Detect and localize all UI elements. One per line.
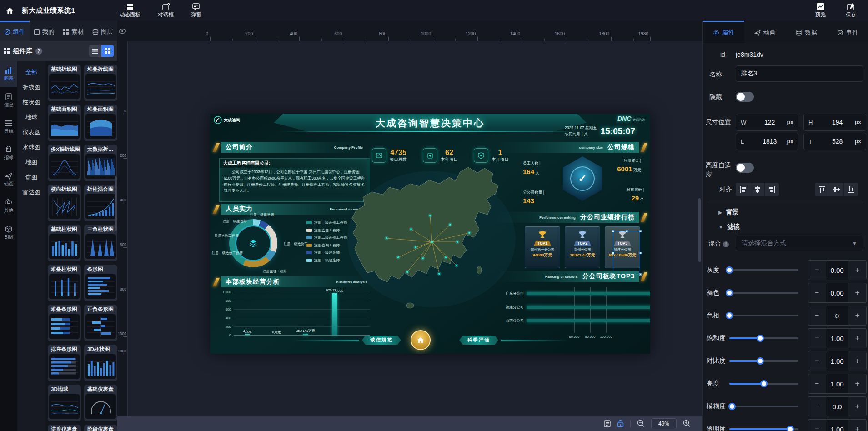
align-center-button[interactable] — [750, 183, 764, 196]
slider-knob-透明度[interactable] — [787, 426, 794, 431]
component-card-横向折线图[interactable]: 横向折线图 — [48, 185, 81, 221]
page-outline-icon[interactable] — [604, 420, 611, 427]
align-left-button[interactable] — [736, 183, 750, 196]
rail-item-图表[interactable]: 图表 — [0, 61, 17, 87]
slider-track-模糊度[interactable] — [729, 406, 798, 407]
grid-view-button[interactable] — [101, 45, 114, 57]
rail-item-BIM[interactable]: BIM — [0, 219, 17, 246]
rail-item-动画[interactable]: 动画 — [0, 166, 17, 193]
decrement-button[interactable]: − — [808, 261, 826, 280]
name-input[interactable] — [736, 65, 863, 82]
size-field-T[interactable]: T528px — [803, 133, 866, 150]
increment-button[interactable]: + — [848, 329, 866, 348]
component-card-条形图[interactable]: 条形图 — [84, 265, 117, 301]
tool-dynamic-panel[interactable]: 动态面板 — [117, 2, 143, 19]
category-地球[interactable]: 地球 — [17, 110, 45, 125]
blend-mode-select[interactable]: 请选择混合方式▼ — [736, 236, 863, 251]
decrement-button[interactable]: − — [808, 306, 826, 325]
component-card-折柱混合图[interactable]: 折柱混合图 — [84, 185, 117, 221]
size-field-W[interactable]: W122px — [736, 114, 798, 131]
zoom-in-icon[interactable] — [683, 420, 691, 427]
slider-track-灰度[interactable] — [729, 269, 798, 271]
component-card-堆叠条形图[interactable]: 堆叠条形图 — [48, 305, 81, 341]
category-折线图[interactable]: 折线图 — [17, 80, 45, 95]
section-background[interactable]: ▶背景 — [718, 208, 738, 216]
increment-button[interactable]: + — [848, 351, 866, 371]
category-雷达图[interactable]: 雷达图 — [17, 185, 45, 200]
size-field-H[interactable]: H194px — [803, 114, 866, 131]
component-card-堆叠面积图[interactable]: 堆叠面积图 — [84, 105, 117, 141]
rail-item-导航[interactable]: 导航 — [0, 114, 17, 140]
tab-components[interactable]: 组件 — [0, 21, 30, 41]
slider-knob-对比度[interactable] — [757, 357, 764, 365]
component-card-基础柱状图[interactable]: 基础柱状图 — [48, 225, 81, 261]
help-icon[interactable]: ? — [35, 48, 42, 55]
align-middle-button[interactable] — [829, 183, 843, 196]
decrement-button[interactable]: − — [808, 397, 826, 416]
component-card-阶段仪表盘[interactable]: 阶段仪表盘 — [84, 425, 117, 431]
decrement-button[interactable]: − — [808, 374, 826, 393]
ranking-card-TOP2[interactable]: TOP2贵州分公司10321.47万元 — [565, 226, 600, 268]
component-card-进度仪表盘[interactable]: 进度仪表盘 — [48, 425, 81, 431]
component-card-大数据折…[interactable]: 大数据折… — [84, 145, 117, 181]
zoom-out-icon[interactable] — [637, 420, 645, 427]
decrement-button[interactable]: − — [808, 420, 826, 431]
increment-button[interactable]: + — [848, 261, 866, 280]
slider-knob-亮度[interactable] — [760, 380, 768, 387]
tab-事件[interactable]: 事件 — [827, 21, 868, 43]
list-view-button[interactable] — [89, 45, 101, 57]
increment-button[interactable]: + — [848, 306, 866, 325]
rail-item-其他[interactable]: 其他 — [0, 193, 17, 219]
component-card-多x轴折线图[interactable]: 多x轴折线图 — [48, 145, 81, 181]
hide-toggle[interactable] — [736, 92, 754, 102]
increment-button[interactable]: + — [848, 420, 866, 431]
ranking-card-TOP1[interactable]: TOP1郑州第一分公司94000万元 — [525, 226, 560, 268]
unlock-icon[interactable] — [617, 420, 624, 427]
component-card-3D地球[interactable]: 3D地球 — [48, 385, 81, 421]
zoom-level-value[interactable]: 49% — [651, 418, 677, 429]
ruler-eye-icon[interactable] — [117, 21, 127, 41]
tab-数据[interactable]: 数据 — [786, 21, 827, 43]
align-bottom-button[interactable] — [844, 183, 858, 196]
preview-button[interactable]: 预览 — [815, 3, 826, 18]
slider-track-色相[interactable] — [729, 315, 798, 316]
rail-item-信息[interactable]: 信息 — [0, 87, 17, 114]
slider-track-褐色[interactable] — [729, 292, 798, 294]
slider-knob-褐色[interactable] — [726, 289, 733, 296]
rail-item-指标[interactable]: 指标 — [0, 140, 17, 166]
increment-button[interactable]: + — [848, 397, 866, 416]
category-地图[interactable]: 地图 — [17, 155, 45, 170]
component-card-3D柱状图[interactable]: 3D柱状图 — [84, 345, 117, 381]
tab-mine[interactable]: 我的 — [30, 21, 59, 41]
left-panel-scrollbar[interactable] — [115, 176, 117, 231]
component-card-堆叠折线图[interactable]: 堆叠折线图 — [84, 65, 117, 101]
save-button[interactable]: 保存 — [846, 3, 856, 18]
tab-动画[interactable]: 动画 — [744, 21, 786, 43]
canvas-workspace[interactable]: 大成咨询智慧决策中心大成咨询DNC大成咨询2025-11-07 星期五农历九月十… — [127, 41, 702, 416]
canvas-vertical-scrollbar[interactable] — [698, 198, 701, 262]
increment-button[interactable]: + — [848, 283, 866, 302]
home-icon[interactable] — [0, 0, 19, 21]
component-card-三角柱状图[interactable]: 三角柱状图 — [84, 225, 117, 261]
tool-dialog[interactable]: 对话框 — [155, 2, 176, 19]
auto-height-toggle[interactable] — [736, 163, 754, 173]
tab-layers[interactable]: 图层 — [88, 21, 118, 41]
tab-assets[interactable]: 素材 — [59, 21, 88, 41]
increment-button[interactable]: + — [848, 374, 866, 393]
category-水球图[interactable]: 水球图 — [17, 140, 45, 155]
slider-knob-饱和度[interactable] — [757, 335, 764, 342]
decrement-button[interactable]: − — [808, 329, 826, 348]
slider-knob-色相[interactable] — [726, 312, 733, 319]
decrement-button[interactable]: − — [808, 351, 826, 371]
dashboard-artboard[interactable]: 大成咨询智慧决策中心大成咨询DNC大成咨询2025-11-07 星期五农历九月十… — [210, 114, 650, 354]
category-仪表盘[interactable]: 仪表盘 — [17, 125, 45, 140]
component-card-堆叠柱状图[interactable]: 堆叠柱状图 — [48, 265, 81, 301]
category-饼图[interactable]: 饼图 — [17, 170, 45, 185]
component-card-基础面积图[interactable]: 基础面积图 — [48, 105, 81, 141]
align-right-button[interactable] — [765, 183, 779, 196]
size-field-L[interactable]: L1813px — [736, 133, 798, 150]
component-card-正负条形图[interactable]: 正负条形图 — [84, 305, 117, 341]
slider-knob-灰度[interactable] — [726, 266, 733, 274]
tab-属性[interactable]: 属性 — [703, 21, 744, 43]
align-top-button[interactable] — [815, 183, 829, 196]
